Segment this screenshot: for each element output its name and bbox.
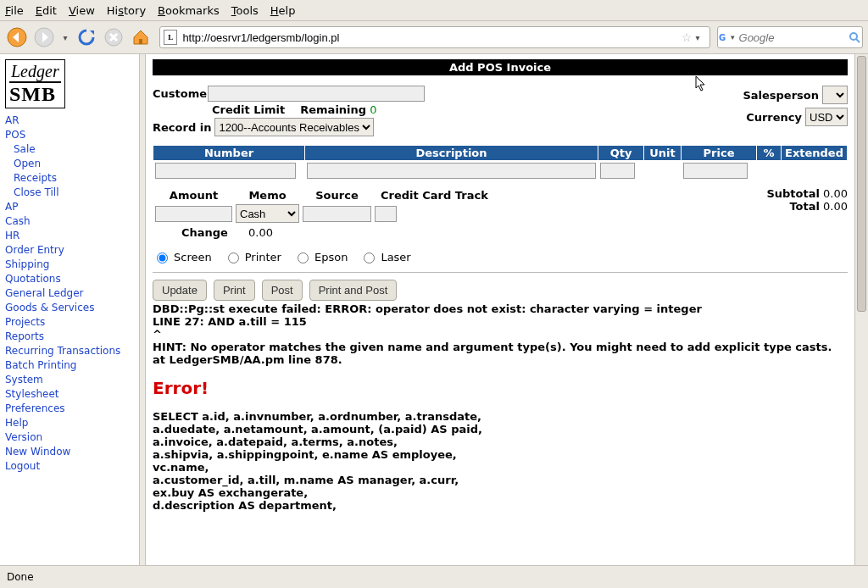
- radio-epson[interactable]: Epson: [293, 250, 348, 263]
- forward-button: [32, 25, 56, 49]
- item-price-input[interactable]: [683, 163, 748, 179]
- nav-open[interactable]: Open: [5, 157, 136, 171]
- print-button[interactable]: Print: [214, 280, 255, 301]
- nav-goods-services[interactable]: Goods & Services: [5, 301, 136, 315]
- search-engine-icon[interactable]: G: [718, 31, 731, 43]
- browser-toolbar: ▾ L ☆ ▾ G ▾: [0, 21, 868, 54]
- reload-button[interactable]: [75, 25, 98, 49]
- menu-file[interactable]: File: [5, 4, 24, 17]
- nav-ar[interactable]: AR: [5, 114, 136, 128]
- nav-stylesheet[interactable]: Stylesheet: [5, 387, 136, 402]
- nav-reports[interactable]: Reports: [5, 330, 136, 344]
- search-input[interactable]: [737, 31, 849, 45]
- error-line-1: DBD::Pg::st execute failed: ERROR: opera…: [153, 302, 848, 315]
- bookmark-star-icon[interactable]: ☆: [682, 31, 693, 44]
- sql-line: a.invoice, a.datepaid, a.terms, a.notes,: [153, 435, 848, 448]
- sql-line: a.shipvia, a.shippingpoint, e.name AS em…: [153, 448, 848, 461]
- payment-table: Amount Memo Source Credit Card Track Cas…: [153, 187, 497, 241]
- menu-bookmarks[interactable]: Bookmarks: [158, 4, 220, 17]
- radio-laser[interactable]: Laser: [359, 250, 410, 263]
- col-qty: Qty: [598, 146, 644, 161]
- logo: Ledger SMB: [5, 59, 65, 108]
- cctrack-input[interactable]: [375, 206, 397, 222]
- back-button[interactable]: [5, 25, 29, 49]
- post-button[interactable]: Post: [262, 280, 303, 301]
- record-in-select[interactable]: 1200--Accounts Receivables: [214, 118, 374, 136]
- nav-new-window[interactable]: New Window: [5, 445, 136, 459]
- menu-edit[interactable]: Edit: [36, 4, 57, 17]
- label-record-in: Record in: [153, 121, 211, 134]
- col-number: Number: [153, 146, 305, 161]
- amount-input[interactable]: [155, 206, 232, 222]
- print-and-post-button[interactable]: Print and Post: [309, 280, 398, 301]
- nav-pos[interactable]: POS: [5, 128, 136, 142]
- label-memo: Memo: [235, 189, 300, 202]
- label-credit-limit: Credit Limit: [212, 103, 285, 116]
- nav-help[interactable]: Help: [5, 416, 136, 430]
- logo-line1: Ledger: [9, 62, 61, 83]
- svg-point-6: [850, 33, 857, 40]
- pane-divider[interactable]: [140, 54, 146, 565]
- currency-select[interactable]: USD: [805, 108, 848, 126]
- nav-hr[interactable]: HR: [5, 229, 136, 243]
- label-customer: Customer: [153, 87, 208, 100]
- item-description-input[interactable]: [307, 163, 596, 179]
- error-line-3: ^: [153, 328, 848, 341]
- label-source: Source: [302, 189, 372, 202]
- error-line-2: LINE 27: AND a.till = 115: [153, 315, 848, 328]
- status-text: Done: [7, 571, 34, 583]
- sql-line: a.customer_id, a.till, m.name AS manager…: [153, 474, 848, 486]
- item-number-input[interactable]: [155, 163, 296, 179]
- nav-version[interactable]: Version: [5, 430, 136, 445]
- radio-screen[interactable]: Screen: [153, 250, 212, 263]
- separator: [153, 272, 848, 273]
- source-input[interactable]: [303, 206, 371, 222]
- radio-printer[interactable]: Printer: [224, 250, 281, 263]
- svg-rect-3: [139, 39, 142, 44]
- nav-quotations[interactable]: Quotations: [5, 272, 136, 286]
- menu-history[interactable]: History: [107, 4, 146, 17]
- item-qty-input[interactable]: [600, 163, 635, 179]
- page-title: Add POS Invoice: [153, 59, 848, 75]
- url-bar[interactable]: L ☆ ▾: [159, 26, 710, 48]
- home-button[interactable]: [129, 25, 153, 49]
- nav-ap[interactable]: AP: [5, 200, 136, 214]
- nav-recurring-transactions[interactable]: Recurring Transactions: [5, 344, 136, 358]
- url-dropdown[interactable]: ▾: [695, 33, 706, 42]
- subtotal-value: 0.00: [823, 187, 848, 200]
- scrollbar-thumb[interactable]: [857, 56, 866, 312]
- nav-shipping[interactable]: Shipping: [5, 258, 136, 272]
- col-unit: Unit: [644, 146, 682, 161]
- update-button[interactable]: Update: [153, 280, 207, 301]
- history-dropdown[interactable]: ▾: [59, 25, 71, 49]
- nav-logout[interactable]: Logout: [5, 459, 136, 474]
- svg-text:G: G: [719, 33, 726, 42]
- nav-batch-printing[interactable]: Batch Printing: [5, 358, 136, 373]
- search-go-icon[interactable]: [849, 31, 860, 43]
- menu-view[interactable]: View: [69, 4, 95, 17]
- sql-line: SELECT a.id, a.invnumber, a.ordnumber, a…: [153, 410, 848, 423]
- nav-preferences[interactable]: Preferences: [5, 402, 136, 416]
- col-extended: Extended: [782, 146, 848, 161]
- vertical-scrollbar[interactable]: [854, 54, 868, 565]
- salesperson-select[interactable]: [822, 86, 848, 104]
- search-bar[interactable]: G ▾: [717, 26, 863, 48]
- menu-tools[interactable]: Tools: [231, 4, 259, 17]
- customer-input[interactable]: [208, 86, 425, 102]
- menu-help[interactable]: Help: [270, 4, 296, 17]
- memo-select[interactable]: Cash: [236, 204, 299, 223]
- nav-receipts[interactable]: Receipts: [5, 171, 136, 186]
- url-input[interactable]: [181, 31, 677, 44]
- status-bar: Done: [0, 565, 868, 588]
- search-engine-dropdown[interactable]: ▾: [731, 33, 735, 42]
- total-value: 0.00: [823, 200, 848, 213]
- nav-sale[interactable]: Sale: [5, 142, 136, 157]
- nav-system[interactable]: System: [5, 373, 136, 387]
- nav-cash[interactable]: Cash: [5, 214, 136, 229]
- col-price: Price: [682, 146, 757, 161]
- nav-close-till[interactable]: Close Till: [5, 186, 136, 200]
- nav-general-ledger[interactable]: General Ledger: [5, 286, 136, 301]
- nav-order-entry[interactable]: Order Entry: [5, 243, 136, 258]
- nav-projects[interactable]: Projects: [5, 315, 136, 330]
- action-buttons: Update Print Post Print and Post: [153, 280, 848, 301]
